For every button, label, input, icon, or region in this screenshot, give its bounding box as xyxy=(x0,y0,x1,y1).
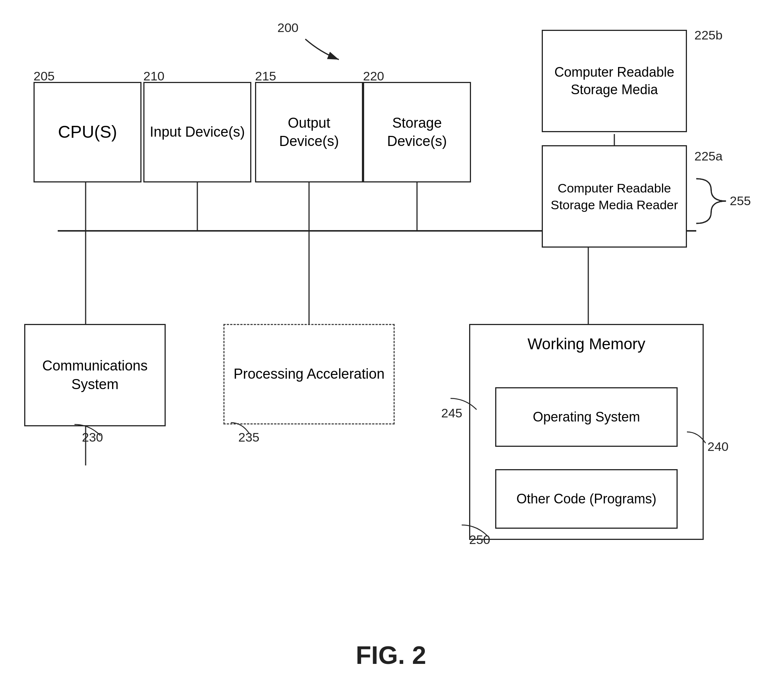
ref-210: 210 xyxy=(143,69,165,83)
comm-system-box: Communications System xyxy=(24,324,166,426)
ref-250-curve xyxy=(458,521,495,543)
working-memory-label: Working Memory xyxy=(480,335,693,353)
storage-device-box: Storage Device(s) xyxy=(363,82,471,182)
os-box: Operating System xyxy=(495,387,678,447)
ref-255: 255 xyxy=(730,193,751,208)
proc-accel-box: Processing Acceleration xyxy=(223,324,395,425)
input-device-box: Input Device(s) xyxy=(143,82,251,182)
output-device-box: Output Device(s) xyxy=(255,82,363,182)
figure-label: FIG. 2 xyxy=(298,640,484,670)
cpu-box: CPU(S) xyxy=(33,82,142,182)
ref-225a: 225a xyxy=(695,149,723,163)
crsm-reader-box: Computer Readable Storage Media Reader xyxy=(542,145,687,248)
ref-235-curve xyxy=(227,419,257,441)
diagram-container: 200 CPU(S) 205 Input Device(s) 210 Outpu… xyxy=(0,0,783,700)
ref-220: 220 xyxy=(363,69,384,83)
ref-205: 205 xyxy=(33,69,55,83)
ref-245-curve xyxy=(447,395,484,417)
ref-215: 215 xyxy=(255,69,276,83)
ref-200: 200 xyxy=(277,20,298,35)
ref-225b: 225b xyxy=(695,28,723,42)
ref-255-bracket xyxy=(685,171,730,231)
other-code-box: Other Code (Programs) xyxy=(495,469,678,529)
ref-230-curve xyxy=(71,421,108,443)
ref-240-curve xyxy=(683,428,713,450)
crsm-box: Computer Readable Storage Media xyxy=(542,30,687,132)
